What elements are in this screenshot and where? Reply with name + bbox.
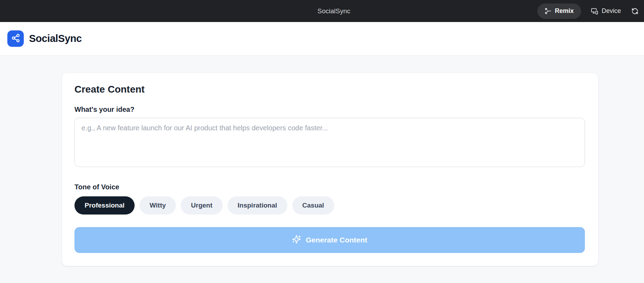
brand-logo bbox=[7, 30, 24, 47]
sparkles-icon bbox=[292, 235, 301, 246]
tone-pill-urgent[interactable]: Urgent bbox=[181, 196, 222, 215]
create-content-card: Create Content What's your idea? Tone of… bbox=[62, 73, 599, 266]
preview-title: SocialSync bbox=[317, 7, 350, 15]
share-icon bbox=[11, 34, 20, 44]
tone-pill-inspirational[interactable]: Inspirational bbox=[228, 196, 287, 215]
refresh-button[interactable] bbox=[631, 8, 639, 15]
device-button-label: Device bbox=[602, 7, 621, 15]
split-arrows-icon bbox=[545, 8, 551, 14]
main-content: Create Content What's your idea? Tone of… bbox=[0, 56, 644, 266]
generate-content-label: Generate Content bbox=[306, 236, 367, 244]
device-button[interactable]: Device bbox=[591, 7, 621, 15]
preview-toolbar-actions: Remix Device bbox=[537, 3, 639, 19]
preview-toolbar: SocialSync Remix Device bbox=[0, 0, 644, 22]
monitor-smartphone-icon bbox=[591, 7, 598, 15]
remix-button[interactable]: Remix bbox=[537, 3, 581, 19]
tone-pill-witty[interactable]: Witty bbox=[139, 196, 176, 215]
refresh-icon bbox=[631, 8, 638, 15]
app-header: SocialSync bbox=[0, 22, 644, 56]
tone-label: Tone of Voice bbox=[74, 183, 585, 191]
tone-pill-casual[interactable]: Casual bbox=[292, 196, 334, 215]
generate-content-button[interactable]: Generate Content bbox=[74, 227, 585, 253]
remix-button-label: Remix bbox=[555, 7, 574, 15]
idea-label: What's your idea? bbox=[74, 106, 585, 114]
tone-pill-professional[interactable]: Professional bbox=[74, 196, 135, 215]
card-title: Create Content bbox=[74, 84, 585, 95]
idea-textarea[interactable] bbox=[74, 118, 585, 167]
brand-name: SocialSync bbox=[29, 33, 82, 44]
tone-options: Professional Witty Urgent Inspirational … bbox=[74, 196, 585, 215]
